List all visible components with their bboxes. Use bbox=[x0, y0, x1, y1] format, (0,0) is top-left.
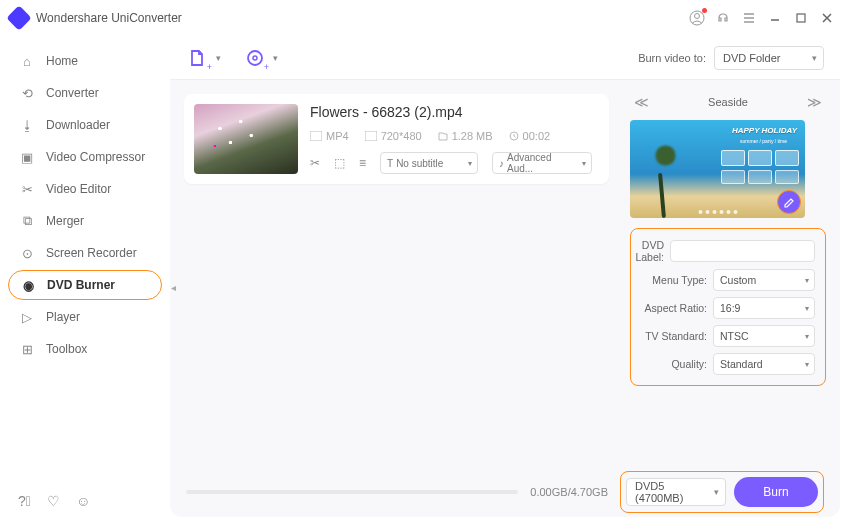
download-icon: ⭳ bbox=[18, 118, 36, 133]
burn-to-label: Burn video to: bbox=[638, 52, 706, 64]
tv-standard-label: TV Standard: bbox=[631, 330, 713, 342]
quality-label: Quality: bbox=[631, 358, 713, 370]
close-button[interactable] bbox=[814, 5, 840, 31]
template-preview: HAPPY HOLIDAY summer / party / time bbox=[630, 120, 805, 218]
svg-rect-5 bbox=[310, 131, 322, 141]
sidebar-item-dvd-burner[interactable]: ◉DVD Burner bbox=[8, 270, 162, 300]
converter-icon: ⟲ bbox=[18, 86, 36, 101]
sidebar-item-editor[interactable]: ✂Video Editor bbox=[8, 174, 162, 204]
editor-icon: ✂ bbox=[18, 182, 36, 197]
dvd-label-input[interactable] bbox=[670, 240, 815, 262]
template-prev-button[interactable]: ≪ bbox=[630, 94, 653, 110]
sidebar-item-recorder[interactable]: ⊙Screen Recorder bbox=[8, 238, 162, 268]
tv-standard-select[interactable]: NTSC bbox=[713, 325, 815, 347]
dvd-settings-panel: DVD Label: Menu Type: Custom Aspect Rati… bbox=[630, 228, 826, 386]
file-format: MP4 bbox=[310, 130, 349, 142]
burn-button[interactable]: Burn bbox=[734, 477, 818, 507]
menu-type-select[interactable]: Custom bbox=[713, 269, 815, 291]
trim-icon[interactable]: ✂ bbox=[310, 156, 320, 170]
svg-point-3 bbox=[248, 51, 262, 65]
svg-point-4 bbox=[253, 56, 257, 60]
load-disc-dropdown[interactable]: ▾ bbox=[273, 53, 278, 63]
disc-type-select[interactable]: DVD5 (4700MB) bbox=[626, 478, 726, 506]
app-logo bbox=[6, 5, 31, 30]
minimize-button[interactable] bbox=[762, 5, 788, 31]
file-resolution: 720*480 bbox=[365, 130, 422, 142]
file-duration: 00:02 bbox=[509, 130, 551, 142]
aspect-ratio-select[interactable]: 16:9 bbox=[713, 297, 815, 319]
toolbox-icon: ⊞ bbox=[18, 342, 36, 357]
crop-icon[interactable]: ⬚ bbox=[334, 156, 345, 170]
sidebar-item-home[interactable]: ⌂Home bbox=[8, 46, 162, 76]
menu-icon[interactable] bbox=[736, 5, 762, 31]
maximize-button[interactable] bbox=[788, 5, 814, 31]
sidebar-item-converter[interactable]: ⟲Converter bbox=[8, 78, 162, 108]
sidebar-item-toolbox[interactable]: ⊞Toolbox bbox=[8, 334, 162, 364]
template-name: Seaside bbox=[708, 96, 748, 108]
add-file-dropdown[interactable]: ▾ bbox=[216, 53, 221, 63]
account-icon[interactable] bbox=[684, 5, 710, 31]
disc-usage-progress bbox=[186, 490, 518, 494]
svg-rect-2 bbox=[797, 14, 805, 22]
burn-to-select[interactable]: DVD Folder bbox=[714, 46, 824, 70]
load-disc-button[interactable]: + bbox=[243, 46, 267, 70]
notification-icon[interactable]: ♡ bbox=[47, 493, 60, 509]
help-icon[interactable]: ?⃝ bbox=[18, 493, 31, 509]
file-card: Flowers - 66823 (2).mp4 MP4 720*480 1.28… bbox=[184, 94, 609, 184]
home-icon: ⌂ bbox=[18, 54, 36, 69]
video-thumbnail[interactable] bbox=[194, 104, 298, 174]
feedback-icon[interactable]: ☺ bbox=[76, 493, 90, 509]
subtitle-select[interactable]: T No subtitle bbox=[380, 152, 478, 174]
quality-select[interactable]: Standard bbox=[713, 353, 815, 375]
template-next-button[interactable]: ≫ bbox=[803, 94, 826, 110]
disc-usage-text: 0.00GB/4.70GB bbox=[530, 486, 608, 498]
sidebar-item-downloader[interactable]: ⭳Downloader bbox=[8, 110, 162, 140]
file-title: Flowers - 66823 (2).mp4 bbox=[310, 104, 599, 120]
svg-point-1 bbox=[695, 14, 700, 19]
add-file-button[interactable]: + bbox=[186, 46, 210, 70]
edit-template-button[interactable] bbox=[777, 190, 801, 214]
audio-select[interactable]: ♪ Advanced Aud... bbox=[492, 152, 592, 174]
sidebar-item-compressor[interactable]: ▣Video Compressor bbox=[8, 142, 162, 172]
dvd-label-label: DVD Label: bbox=[631, 239, 670, 263]
svg-rect-6 bbox=[365, 131, 377, 141]
app-title: Wondershare UniConverter bbox=[36, 11, 182, 25]
template-banner: HAPPY HOLIDAY bbox=[732, 126, 797, 135]
merger-icon: ⧉ bbox=[18, 213, 36, 229]
support-icon[interactable] bbox=[710, 5, 736, 31]
sidebar-item-player[interactable]: ▷Player bbox=[8, 302, 162, 332]
file-size: 1.28 MB bbox=[438, 130, 493, 142]
recorder-icon: ⊙ bbox=[18, 246, 36, 261]
menu-type-label: Menu Type: bbox=[631, 274, 713, 286]
dvd-icon: ◉ bbox=[19, 278, 37, 293]
compress-icon: ▣ bbox=[18, 150, 36, 165]
collapse-sidebar-button[interactable]: ◂ bbox=[171, 282, 176, 293]
sidebar-item-merger[interactable]: ⧉Merger bbox=[8, 206, 162, 236]
player-icon: ▷ bbox=[18, 310, 36, 325]
aspect-ratio-label: Aspect Ratio: bbox=[631, 302, 713, 314]
more-icon[interactable]: ≡ bbox=[359, 156, 366, 170]
